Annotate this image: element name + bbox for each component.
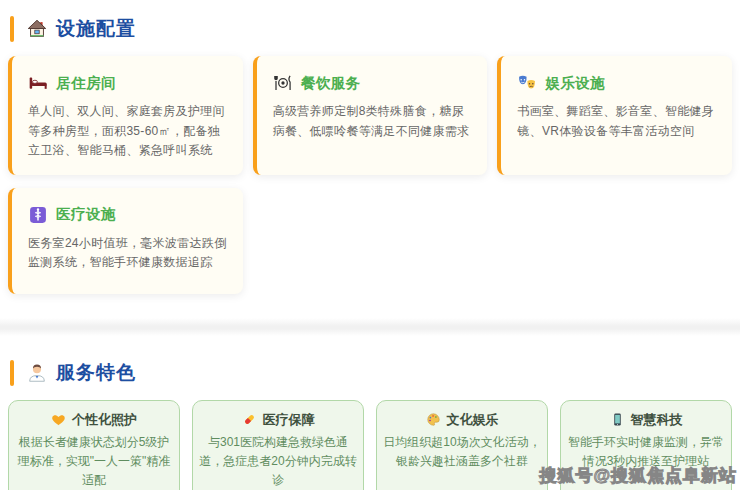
- facilities-section: 设施配置 居住房间 单人间、双人间、家庭套房及护理间等多种房型，面积35-60㎡…: [0, 16, 740, 294]
- facility-card-medical: 医疗设施 医务室24小时值班，毫米波雷达跌倒监测系统，智能手环健康数据追踪: [8, 188, 243, 294]
- masks-icon: [517, 73, 537, 93]
- facility-card-title: 餐饮服务: [301, 74, 361, 93]
- feature-text: 日均组织超10场次文化活动，银龄兴趣社涵盖多个社群: [382, 433, 542, 471]
- accent-bar: [10, 360, 14, 386]
- features-section: 服务特色 个性化照护 根据长者健康状态划分5级护理标准，实现"一人一策"精准适配: [0, 360, 740, 490]
- accent-bar: [10, 16, 14, 42]
- feature-text: 智能手环实时健康监测，异常情况3秒内推送至护理站: [566, 433, 726, 471]
- smartphone-icon: [610, 412, 625, 427]
- feature-title: 文化娱乐: [447, 411, 499, 429]
- feature-title: 个性化照护: [72, 411, 137, 429]
- facilities-grid: 居住房间 单人间、双人间、家庭套房及护理间等多种房型，面积35-60㎡，配备独立…: [8, 56, 732, 294]
- health-worker-icon: [26, 362, 48, 384]
- features-grid: 个性化照护 根据长者健康状态划分5级护理标准，实现"一人一策"精准适配 医疗保障…: [8, 400, 732, 490]
- facility-card-title: 居住房间: [56, 74, 116, 93]
- feature-text: 根据长者健康状态划分5级护理标准，实现"一人一策"精准适配: [14, 433, 174, 490]
- facility-card-text: 书画室、舞蹈室、影音室、智能健身镜、VR体验设备等丰富活动空间: [517, 102, 718, 141]
- feature-card-medical-support: 医疗保障 与301医院构建急救绿色通道，急症患者20分钟内完成转诊: [192, 400, 364, 490]
- heart-icon: [51, 412, 66, 427]
- facility-card-living: 居住房间 单人间、双人间、家庭套房及护理间等多种房型，面积35-60㎡，配备独立…: [8, 56, 243, 175]
- features-header: 服务特色: [10, 360, 732, 386]
- feature-title: 医疗保障: [263, 411, 315, 429]
- facilities-section-title: 设施配置: [56, 16, 136, 42]
- feature-card-culture: 文化娱乐 日均组织超10场次文化活动，银龄兴趣社涵盖多个社群: [376, 400, 548, 490]
- feature-card-personalized-care: 个性化照护 根据长者健康状态划分5级护理标准，实现"一人一策"精准适配: [8, 400, 180, 490]
- medical-symbol-icon: [28, 205, 48, 225]
- feature-title: 智慧科技: [631, 411, 683, 429]
- feature-text: 与301医院构建急救绿色通道，急症患者20分钟内完成转诊: [198, 433, 358, 490]
- facility-card-entertainment: 娱乐设施 书画室、舞蹈室、影音室、智能健身镜、VR体验设备等丰富活动空间: [497, 56, 732, 175]
- facilities-header: 设施配置: [10, 16, 732, 42]
- house-icon: [26, 18, 48, 40]
- features-section-title: 服务特色: [56, 360, 136, 386]
- pill-icon: [242, 412, 257, 427]
- facility-card-text: 单人间、双人间、家庭套房及护理间等多种房型，面积35-60㎡，配备独立卫浴、智能…: [28, 102, 229, 161]
- feature-card-smart-tech: 智慧科技 智能手环实时健康监测，异常情况3秒内推送至护理站: [560, 400, 732, 490]
- facility-card-title: 娱乐设施: [545, 74, 605, 93]
- facility-card-text: 医务室24小时值班，毫米波雷达跌倒监测系统，智能手环健康数据追踪: [28, 234, 229, 273]
- dining-icon: [273, 73, 293, 93]
- facility-card-title: 医疗设施: [56, 205, 116, 224]
- section-divider: [0, 318, 740, 336]
- facility-card-text: 高级营养师定制8类特殊膳食，糖尿病餐、低嘌呤餐等满足不同健康需求: [273, 102, 474, 141]
- facility-card-dining: 餐饮服务 高级营养师定制8类特殊膳食，糖尿病餐、低嘌呤餐等满足不同健康需求: [253, 56, 488, 175]
- palette-icon: [426, 412, 441, 427]
- bed-icon: [28, 73, 48, 93]
